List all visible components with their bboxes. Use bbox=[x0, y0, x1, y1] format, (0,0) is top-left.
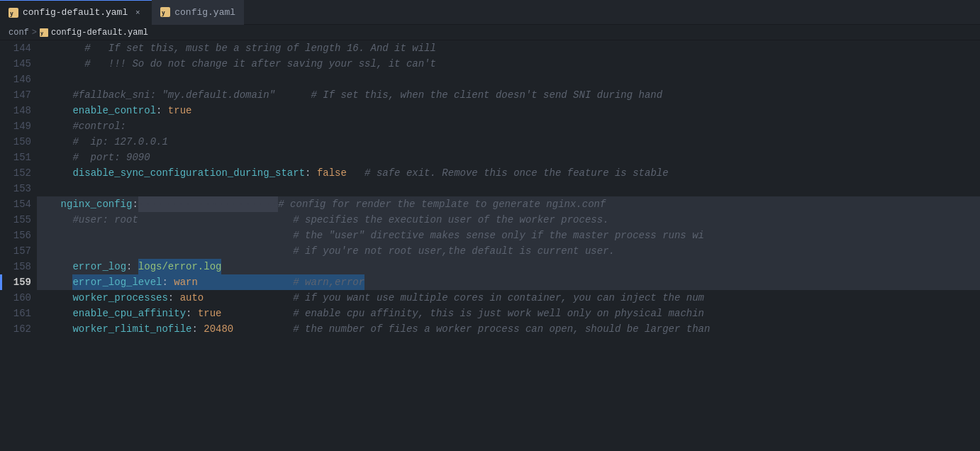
tab-yaml-icon-2: y bbox=[160, 7, 170, 17]
tab-yaml-icon-1: y bbox=[9, 8, 18, 18]
ln-151: 151 bbox=[0, 150, 31, 165]
code-line-161: enable_cpu_affinity: true # enable cpu a… bbox=[37, 306, 980, 321]
ln-160: 160 bbox=[0, 290, 31, 306]
code-line-150: # ip: 127.0.0.1 bbox=[37, 134, 980, 150]
tab-close-1[interactable]: × bbox=[132, 7, 143, 18]
code-line-160: worker_processes: auto # if you want use… bbox=[37, 290, 980, 306]
ln-146: 146 bbox=[0, 72, 31, 87]
code-line-145: # !!! So do not change it after saving y… bbox=[37, 56, 980, 72]
ln-154: 154 bbox=[0, 196, 31, 212]
breadcrumb-icon: y bbox=[40, 28, 48, 37]
breadcrumb: conf > y config-default.yaml bbox=[0, 25, 980, 40]
ln-149: 149 bbox=[0, 118, 31, 134]
ln-155: 155 bbox=[0, 212, 31, 228]
line-current-indicator bbox=[0, 274, 2, 290]
code-line-154: nginx_config:·····················# conf… bbox=[37, 196, 980, 212]
editor-area: 144 145 146 147 148 149 150 151 152 153 … bbox=[0, 40, 980, 451]
breadcrumb-sep: > bbox=[32, 28, 37, 38]
line-numbers-column: 144 145 146 147 148 149 150 151 152 153 … bbox=[0, 40, 37, 451]
tab-config-default[interactable]: y config-default.yaml × bbox=[0, 0, 152, 25]
ln-153: 153 bbox=[0, 181, 31, 196]
ln-148: 148 bbox=[0, 103, 31, 118]
code-line-149: #control: bbox=[37, 118, 980, 134]
svg-text:y: y bbox=[10, 11, 13, 17]
code-line-157: # if you're not root user,the default is… bbox=[37, 243, 980, 259]
svg-text:y: y bbox=[162, 10, 165, 16]
tab-label-1: config-default.yaml bbox=[23, 7, 128, 18]
code-line-153 bbox=[37, 181, 980, 196]
ln-145: 145 bbox=[0, 56, 31, 72]
ln-144: 144 bbox=[0, 40, 31, 56]
code-line-151: # port: 9090 bbox=[37, 150, 980, 165]
tab-config[interactable]: y config.yaml bbox=[152, 0, 244, 25]
ln-159: 159 bbox=[0, 274, 31, 290]
tab-label-2: config.yaml bbox=[174, 7, 235, 18]
ln-150: 150 bbox=[0, 134, 31, 150]
code-line-156: # the "user" directive makes sense only … bbox=[37, 228, 980, 243]
ln-161: 161 bbox=[0, 306, 31, 321]
code-line-146 bbox=[37, 72, 980, 87]
tab-bar: y config-default.yaml × y config.yaml bbox=[0, 0, 980, 25]
ln-157: 157 bbox=[0, 243, 31, 259]
app-container: y config-default.yaml × y config.yaml co… bbox=[0, 0, 980, 451]
code-line-152: disable_sync_configuration_during_start:… bbox=[37, 165, 980, 181]
breadcrumb-filename[interactable]: config-default.yaml bbox=[51, 28, 148, 38]
code-line-148: enable_control: true bbox=[37, 103, 980, 118]
ln-156: 156 bbox=[0, 228, 31, 243]
code-editor[interactable]: # If set this, must be a string of lengt… bbox=[37, 40, 980, 451]
ln-152: 152 bbox=[0, 165, 31, 181]
ln-147: 147 bbox=[0, 87, 31, 103]
code-line-159: error_log_level: warn # warn,error bbox=[37, 274, 980, 290]
ln-162: 162 bbox=[0, 321, 31, 337]
ln-158: 158 bbox=[0, 259, 31, 274]
code-line-155: #user: root # specifies the execution us… bbox=[37, 212, 980, 228]
code-line-147: #fallback_sni: "my.default.domain" # If … bbox=[37, 87, 980, 103]
code-line-158: error_log: logs/error.log bbox=[37, 259, 980, 274]
code-line-162: worker_rlimit_nofile: 20480 # the number… bbox=[37, 321, 980, 337]
breadcrumb-part-conf[interactable]: conf bbox=[9, 28, 29, 38]
code-line-144: # If set this, must be a string of lengt… bbox=[37, 40, 980, 56]
